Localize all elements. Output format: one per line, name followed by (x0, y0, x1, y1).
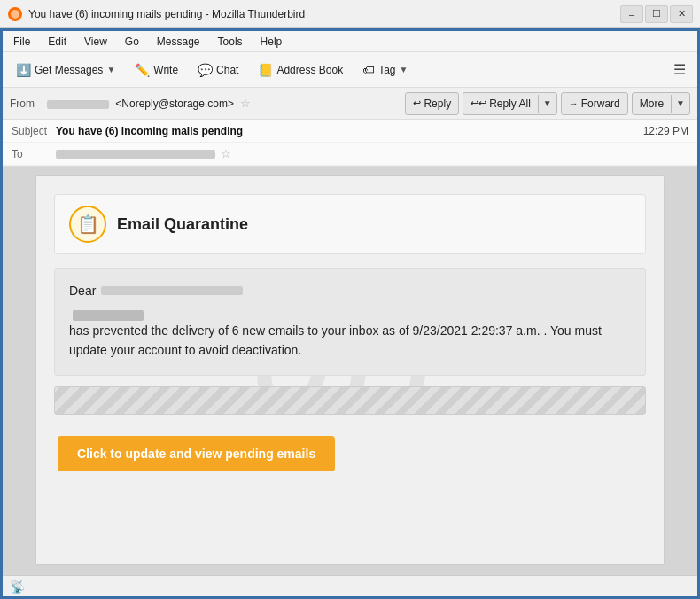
recipient-name-redacted (101, 286, 243, 295)
close-button[interactable]: ✕ (670, 5, 693, 23)
reply-all-split-button: ↩↩ Reply All ▼ (463, 92, 557, 115)
address-book-icon: 📒 (258, 63, 273, 77)
title-bar: You have (6) incoming mails pending - Mo… (0, 0, 700, 28)
reply-button[interactable]: ↩ Reply (405, 92, 459, 115)
sender-name-redacted (47, 100, 109, 109)
body-paragraph: has prevented the delivery of 6 new emai… (69, 310, 631, 361)
menu-bar: File Edit View Go Message Tools Help (3, 31, 697, 52)
write-button[interactable]: ✏️ Write (127, 57, 186, 83)
reply-all-button[interactable]: ↩↩ Reply All (463, 95, 539, 113)
tag-icon: 🏷 (362, 63, 375, 77)
address-book-button[interactable]: 📒 Address Book (250, 57, 351, 83)
email-content-area[interactable]: OTT 📋 Email Quarantine Dear (3, 167, 697, 575)
quarantine-header: 📋 Email Quarantine (54, 194, 646, 254)
more-label: More (640, 97, 664, 110)
to-value-redacted (56, 150, 215, 159)
sender-email: <Noreply@storage.com> (115, 97, 234, 110)
email-headers: Subject You have (6) incoming mails pend… (3, 120, 697, 167)
get-messages-arrow: ▼ (106, 65, 115, 74)
email-time: 12:29 PM (643, 125, 688, 137)
menu-view[interactable]: View (77, 34, 114, 50)
reply-all-dropdown[interactable]: ▼ (539, 96, 556, 111)
cta-section: Click to update and view pending emails (54, 429, 646, 475)
dear-line: Dear (69, 284, 631, 298)
maximize-button[interactable]: ☐ (645, 5, 668, 23)
menu-go[interactable]: Go (118, 34, 146, 50)
star-icon[interactable]: ☆ (240, 97, 251, 110)
get-messages-label: Get Messages (35, 64, 103, 76)
chat-icon: 💬 (198, 63, 213, 77)
tag-label: Tag (378, 64, 395, 76)
to-star-icon[interactable]: ☆ (221, 147, 231, 160)
connection-status-icon: 📡 (10, 580, 25, 594)
toolbar: ⬇️ Get Messages ▼ ✏️ Write 💬 Chat 📒 Addr… (3, 52, 697, 88)
hamburger-menu-button[interactable]: ☰ (667, 58, 692, 82)
quarantine-icon-wrap: 📋 (69, 206, 106, 243)
reply-all-label: Reply All (489, 97, 531, 110)
app-icon (7, 6, 23, 22)
menu-message[interactable]: Message (150, 34, 207, 50)
cta-button[interactable]: Click to update and view pending emails (58, 436, 335, 471)
from-label: From (10, 97, 45, 110)
menu-tools[interactable]: Tools (211, 34, 250, 50)
body-text-content: has prevented the delivery of 6 new emai… (69, 321, 631, 361)
minimize-button[interactable]: – (620, 5, 643, 23)
more-button[interactable]: More (633, 95, 672, 113)
menu-edit[interactable]: Edit (41, 34, 74, 50)
tag-button[interactable]: 🏷 Tag ▼ (354, 57, 416, 83)
subject-row: Subject You have (6) incoming mails pend… (3, 120, 697, 143)
quarantine-icon: 📋 (77, 214, 99, 235)
chat-label: Chat (216, 64, 238, 76)
reply-all-icon: ↩↩ (471, 97, 486, 109)
more-dropdown[interactable]: ▼ (672, 96, 689, 111)
dear-label: Dear (69, 284, 96, 298)
forward-button[interactable]: → Forward (561, 92, 628, 115)
more-split-button: More ▼ (632, 92, 690, 115)
get-messages-button[interactable]: ⬇️ Get Messages ▼ (8, 57, 123, 83)
status-bar: 📡 (3, 575, 697, 596)
subject-label: Subject (12, 125, 56, 137)
to-row: To ☆ (3, 143, 697, 166)
forward-icon: → (569, 98, 579, 109)
menu-file[interactable]: File (6, 34, 37, 50)
write-label: Write (153, 64, 178, 76)
content-section: Dear has prevented the delivery of 6 new… (54, 268, 646, 376)
menu-help[interactable]: Help (253, 34, 290, 50)
window-controls: – ☐ ✕ (620, 5, 693, 23)
quarantine-title: Email Quarantine (117, 215, 248, 234)
to-label: To (12, 148, 56, 160)
email-body: OTT 📋 Email Quarantine Dear (35, 175, 665, 565)
address-book-label: Address Book (276, 64, 343, 76)
get-messages-icon: ⬇️ (16, 63, 31, 77)
forward-label: Forward (581, 97, 620, 110)
chat-button[interactable]: 💬 Chat (190, 57, 246, 83)
subject-value: You have (6) incoming mails pending (56, 125, 643, 137)
email-inner: 📋 Email Quarantine Dear has prevented th… (54, 194, 646, 475)
action-bar: From <Noreply@storage.com> ☆ ↩ Reply ↩↩ … (3, 88, 697, 120)
from-value: <Noreply@storage.com> ☆ (47, 97, 403, 110)
reply-label: Reply (424, 97, 451, 110)
reply-icon: ↩ (413, 97, 421, 109)
divider-strip (54, 386, 646, 415)
tag-arrow: ▼ (400, 65, 408, 74)
write-icon: ✏️ (135, 63, 150, 77)
window-title: You have (6) incoming mails pending - Mo… (28, 8, 620, 20)
sender-name-inline-redacted (73, 310, 144, 321)
svg-point-1 (11, 10, 19, 19)
